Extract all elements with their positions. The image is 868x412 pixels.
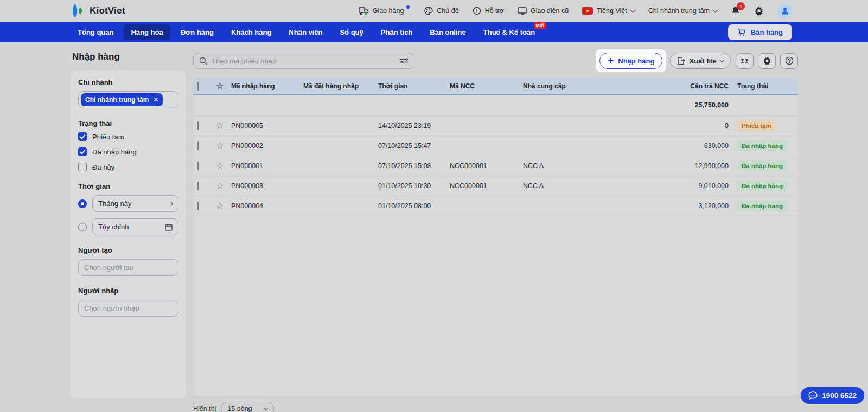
- search-bar[interactable]: [193, 53, 414, 69]
- row-checkbox[interactable]: [197, 121, 199, 130]
- checkbox-checked-icon[interactable]: [78, 147, 87, 156]
- star-icon[interactable]: ☆: [216, 121, 224, 130]
- nav-item-khach-hang[interactable]: Khách hàng: [224, 24, 278, 40]
- nav-item-tong-quan[interactable]: Tổng quan: [71, 24, 120, 40]
- select-all-cell: [193, 78, 212, 95]
- branch-tag[interactable]: Chi nhánh trung tâm ✕: [81, 93, 163, 106]
- kiotviet-logo[interactable]: KiotViet: [71, 4, 125, 18]
- time-custom-value: Tùy chỉnh: [98, 223, 129, 231]
- palette-icon: [424, 7, 433, 15]
- import-goods-button[interactable]: Nhập hàng: [599, 53, 662, 69]
- status-option-da-nhap-hang[interactable]: Đã nhập hàng: [78, 147, 178, 156]
- col-header-code[interactable]: Mã nhập hàng: [227, 78, 299, 95]
- hotline-chat-button[interactable]: 1900 6522: [801, 387, 864, 404]
- remove-tag-icon[interactable]: ✕: [153, 96, 158, 104]
- col-header-payable[interactable]: Cần trả NCC: [654, 78, 733, 95]
- cell-supplier: NCC A: [519, 156, 654, 176]
- main-panel: Nhập hàng Xuất file: [193, 48, 798, 412]
- delivery-label: Giao hàng: [373, 7, 404, 15]
- theme-menu-item[interactable]: Chủ đề: [424, 7, 458, 15]
- nav-item-phan-tich[interactable]: Phân tích: [374, 24, 420, 40]
- sell-button[interactable]: Bán hàng: [728, 24, 792, 40]
- nav-item-ban-online[interactable]: Bán online: [423, 24, 473, 40]
- status-option-label: Đã nhập hàng: [92, 148, 137, 156]
- show-label: Hiển thị: [193, 405, 216, 412]
- row-checkbox[interactable]: [197, 182, 199, 190]
- cell-supplier-code: [445, 196, 519, 216]
- columns-icon: [741, 57, 749, 65]
- radio-unselected-icon[interactable]: [78, 223, 87, 231]
- user-avatar[interactable]: [777, 4, 792, 18]
- row-checkbox[interactable]: [197, 141, 199, 150]
- cell-payable: 0: [654, 115, 733, 136]
- time-custom-row[interactable]: Tùy chỉnh: [78, 218, 178, 235]
- settings-list-button[interactable]: [758, 53, 776, 69]
- table-row[interactable]: ☆ PN000001 07/10/2025 15:08 NCC000001 NC…: [193, 156, 798, 176]
- nav-item-thue-ke-toan[interactable]: Thuế & Kế toán Mới: [476, 24, 542, 40]
- export-file-button[interactable]: Xuất file: [670, 53, 731, 69]
- help-button[interactable]: [780, 53, 798, 69]
- radio-selected-icon[interactable]: [78, 199, 87, 208]
- time-preset-select[interactable]: Tháng này: [92, 195, 178, 212]
- notification-count-badge: 1: [737, 2, 745, 10]
- star-icon[interactable]: ☆: [216, 201, 224, 210]
- select-all-checkbox[interactable]: [197, 82, 199, 91]
- filter-sliders-icon[interactable]: [399, 57, 409, 65]
- col-header-status[interactable]: Trạng thái: [733, 78, 798, 95]
- branch-tag-input[interactable]: Chi nhánh trung tâm ✕: [78, 91, 178, 108]
- checkbox-checked-icon[interactable]: [78, 132, 87, 141]
- cell-time: 14/10/2025 23:19: [374, 115, 445, 136]
- language-selector[interactable]: ★ Tiếng Việt: [582, 7, 635, 15]
- table-row[interactable]: ☆ PN000002 07/10/2025 15:47 630,000 Đã n…: [193, 136, 798, 156]
- nav-item-don-hang[interactable]: Đơn hàng: [174, 24, 221, 40]
- calendar-icon: [165, 223, 173, 231]
- notifications-button[interactable]: 1: [731, 6, 741, 16]
- kiotviet-logo-icon: [71, 4, 86, 18]
- page-title: Nhập hàng: [72, 52, 186, 62]
- logo-text: KiotViet: [90, 5, 125, 16]
- list-footer: Hiển thị 15 dòng: [193, 402, 798, 412]
- table-row[interactable]: ☆ PN000004 01/10/2025 08:00 3,120,000 Đã…: [193, 196, 798, 216]
- delivery-menu-item[interactable]: Giao hàng: [359, 7, 411, 15]
- support-menu-item[interactable]: Hỗ trợ: [473, 7, 504, 15]
- column-settings-button[interactable]: [736, 53, 754, 69]
- cell-code: PN000003: [227, 176, 299, 196]
- row-checkbox[interactable]: [197, 162, 199, 170]
- star-icon[interactable]: ☆: [216, 141, 224, 150]
- status-option-da-huy[interactable]: Đã hủy: [78, 163, 178, 171]
- nav-item-so-quy[interactable]: Sổ quỹ: [333, 24, 370, 40]
- truck-icon: [359, 7, 369, 15]
- status-filter-label: Trạng thái: [78, 119, 178, 127]
- creator-input[interactable]: [78, 259, 178, 276]
- status-option-phieu-tam[interactable]: Phiếu tạm: [78, 132, 178, 141]
- cell-code: PN000001: [227, 156, 299, 176]
- col-header-supplier[interactable]: Nhà cung cấp: [519, 78, 654, 95]
- table-row[interactable]: ☆ PN000005 14/10/2025 23:19 0 Phiếu tạm: [193, 115, 798, 136]
- col-header-supplier-code[interactable]: Mã NCC: [445, 78, 519, 95]
- cell-payable: 630,000: [654, 136, 733, 156]
- branch-selector[interactable]: Chi nhánh trung tâm: [648, 7, 717, 15]
- row-checkbox[interactable]: [197, 202, 199, 210]
- old-ui-menu-item[interactable]: Giao diện cũ: [518, 7, 569, 15]
- settings-button[interactable]: [754, 6, 764, 16]
- cell-order-code: [299, 176, 374, 196]
- star-icon[interactable]: ☆: [216, 81, 224, 91]
- col-header-order-code[interactable]: Mã đặt hàng nhập: [299, 78, 374, 95]
- table-row[interactable]: ☆ PN000003 01/10/2025 10:30 NCC000001 NC…: [193, 176, 798, 196]
- checkbox-unchecked-icon[interactable]: [78, 163, 87, 171]
- col-header-time[interactable]: Thời gian: [374, 78, 445, 95]
- search-input[interactable]: [212, 57, 395, 65]
- page-size-select[interactable]: 15 dòng: [221, 402, 273, 412]
- cell-order-code: [299, 136, 374, 156]
- time-preset-row[interactable]: Tháng này: [78, 195, 178, 212]
- help-icon: [785, 56, 794, 65]
- nav-item-nhan-vien[interactable]: Nhân viên: [282, 24, 329, 40]
- page-size-value: 15 dòng: [227, 405, 252, 412]
- time-custom-select[interactable]: Tùy chỉnh: [92, 218, 178, 235]
- cell-supplier-code: NCC000001: [445, 176, 519, 196]
- star-icon[interactable]: ☆: [216, 181, 224, 190]
- nav-item-hang-hoa[interactable]: Hàng hóa: [124, 24, 170, 40]
- star-icon[interactable]: ☆: [216, 161, 224, 170]
- cell-supplier-code: [445, 136, 519, 156]
- receiver-input[interactable]: [78, 300, 178, 317]
